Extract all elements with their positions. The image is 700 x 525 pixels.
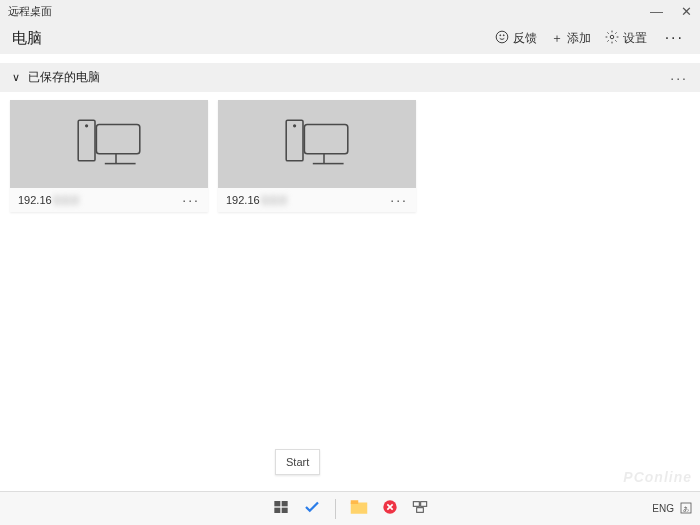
svg-point-0 xyxy=(496,31,508,43)
pc-card[interactable]: 192.160.0.0 ··· xyxy=(10,100,208,212)
group-more-button[interactable]: ··· xyxy=(670,70,688,86)
taskbar: ENG あ xyxy=(0,491,700,525)
svg-rect-11 xyxy=(304,124,347,153)
svg-point-1 xyxy=(499,34,500,35)
pc-card[interactable]: 192.160.0.0 ··· xyxy=(218,100,416,212)
close-icon[interactable]: ✕ xyxy=(681,4,692,19)
pc-ip: 192.16 xyxy=(18,194,52,206)
gear-icon xyxy=(605,30,619,47)
computer-icon xyxy=(74,117,144,171)
header-actions: 反馈 ＋ 添加 设置 ··· xyxy=(495,29,688,47)
svg-rect-22 xyxy=(420,501,426,506)
svg-rect-15 xyxy=(281,501,287,506)
svg-rect-6 xyxy=(96,124,139,153)
pc-card-bar: 192.160.0.0 ··· xyxy=(218,188,416,212)
file-explorer-icon[interactable] xyxy=(350,499,368,519)
page-title: 电脑 xyxy=(12,29,42,48)
svg-text:あ: あ xyxy=(683,505,689,512)
svg-rect-23 xyxy=(416,507,423,512)
pc-card-bar: 192.160.0.0 ··· xyxy=(10,188,208,212)
svg-point-2 xyxy=(503,34,504,35)
ime-icon[interactable]: あ xyxy=(680,502,692,516)
pc-thumbnail xyxy=(218,100,416,188)
taskbar-tray: ENG あ xyxy=(652,502,692,516)
feedback-label: 反馈 xyxy=(513,30,537,47)
minimize-icon[interactable]: — xyxy=(650,4,663,19)
plus-icon: ＋ xyxy=(551,30,563,47)
pc-ip: 192.16 xyxy=(226,194,260,206)
svg-rect-16 xyxy=(274,507,280,512)
pc-card-more-button[interactable]: ··· xyxy=(390,192,408,208)
titlebar: 远程桌面 — ✕ xyxy=(0,0,700,22)
svg-rect-19 xyxy=(350,500,358,504)
watermark: PConline xyxy=(623,469,692,485)
svg-point-10 xyxy=(294,125,296,127)
divider xyxy=(335,499,336,519)
app-header: 电脑 反馈 ＋ 添加 设置 ··· xyxy=(0,22,700,54)
start-button[interactable]: Start xyxy=(275,449,320,475)
smile-icon xyxy=(495,30,509,47)
settings-label: 设置 xyxy=(623,30,647,47)
pc-thumbnail xyxy=(10,100,208,188)
group-header[interactable]: ∨ 已保存的电脑 ··· xyxy=(0,62,700,92)
pc-ip-blur: 0.0.0 xyxy=(54,194,78,206)
start-label: Start xyxy=(286,456,309,468)
taskbar-center xyxy=(273,498,428,520)
svg-point-3 xyxy=(610,35,614,39)
chevron-down-icon: ∨ xyxy=(12,71,20,84)
feedback-button[interactable]: 反馈 xyxy=(495,30,537,47)
language-indicator[interactable]: ENG xyxy=(652,503,674,514)
computer-icon xyxy=(282,117,352,171)
pc-ip-blur: 0.0.0 xyxy=(262,194,286,206)
task-view-icon[interactable] xyxy=(412,500,428,518)
checkmark-app-icon[interactable] xyxy=(303,498,321,520)
window-controls: — ✕ xyxy=(650,4,692,19)
pc-card-more-button[interactable]: ··· xyxy=(182,192,200,208)
add-label: 添加 xyxy=(567,30,591,47)
saved-pc-cards: 192.160.0.0 ··· 192.160.0.0 ··· xyxy=(0,92,700,220)
svg-rect-14 xyxy=(274,501,280,506)
add-button[interactable]: ＋ 添加 xyxy=(551,30,591,47)
app-title: 远程桌面 xyxy=(8,4,52,19)
header-more-button[interactable]: ··· xyxy=(661,29,688,47)
app-icon-red[interactable] xyxy=(382,499,398,519)
group-title: 已保存的电脑 xyxy=(28,69,100,86)
svg-rect-18 xyxy=(350,502,367,513)
svg-rect-17 xyxy=(281,507,287,512)
settings-button[interactable]: 设置 xyxy=(605,30,647,47)
svg-rect-21 xyxy=(413,501,419,506)
svg-point-5 xyxy=(86,125,88,127)
windows-start-icon[interactable] xyxy=(273,499,289,519)
